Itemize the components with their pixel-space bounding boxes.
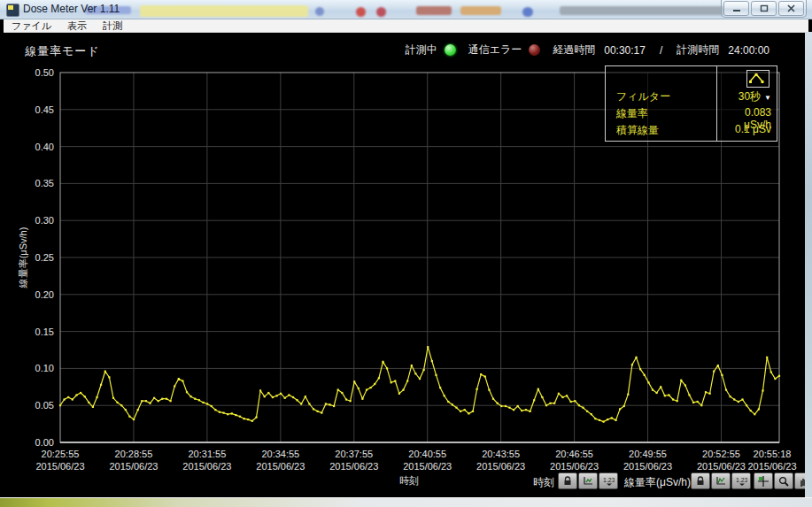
window-controls — [721, 0, 807, 18]
svg-text:0.30: 0.30 — [35, 215, 54, 226]
tool-buttons — [754, 472, 812, 489]
panel-divider — [716, 66, 717, 141]
plot-legend-icon — [747, 71, 767, 85]
svg-text:0.50: 0.50 — [35, 67, 54, 78]
readout-panel: フィルター 30秒▼ 線量率 0.083 μSv/h 積算線量 0.1 μSv — [605, 65, 777, 142]
svg-text:2015/06/23: 2015/06/23 — [109, 461, 158, 472]
svg-text:0.05: 0.05 — [35, 400, 54, 411]
window-border-bottom — [0, 497, 812, 507]
filter-select[interactable]: 30秒▼ — [718, 89, 771, 104]
chevron-down-icon: ▼ — [764, 94, 771, 102]
scale-format-icon: 1.23 — [735, 476, 747, 486]
svg-text:20:37:55: 20:37:55 — [335, 449, 373, 459]
zoom-tool-button[interactable] — [774, 472, 793, 489]
svg-text:20:40:55: 20:40:55 — [408, 449, 446, 459]
crosshair-tool-button[interactable] — [754, 472, 773, 489]
svg-text:20:34:55: 20:34:55 — [261, 449, 299, 459]
svg-text:2015/06/23: 2015/06/23 — [256, 461, 305, 472]
minimize-icon — [732, 5, 741, 12]
svg-text:2015/06/23: 2015/06/23 — [747, 461, 796, 472]
filter-label: フィルター — [616, 89, 670, 104]
titlebar-background-artifact — [460, 6, 501, 15]
maximize-button[interactable] — [751, 1, 777, 16]
menu-view[interactable]: 表示 — [59, 19, 95, 32]
magnifier-icon — [778, 476, 789, 487]
svg-text:2015/06/23: 2015/06/23 — [476, 461, 525, 472]
titlebar-background-artifact — [522, 7, 533, 17]
main-content: 線量率モード 計測中 通信エラー 経過時間 00:30:17 / 計測時間 24… — [7, 32, 805, 498]
y-scale-label: 線量率(μSv/h) — [624, 475, 691, 490]
x-lock-button[interactable] — [558, 472, 577, 489]
y-format-button[interactable]: 1.23 — [731, 472, 751, 489]
svg-text:20:28:55: 20:28:55 — [115, 449, 153, 459]
close-button[interactable] — [778, 1, 804, 16]
autoscale-x-icon — [583, 476, 593, 486]
svg-text:2015/06/23: 2015/06/23 — [35, 461, 84, 472]
x-format-button[interactable]: 1.23 — [599, 472, 618, 489]
x-scale-label: 時刻 — [533, 475, 554, 490]
svg-text:1.23: 1.23 — [603, 477, 615, 483]
svg-text:0.25: 0.25 — [35, 252, 54, 263]
svg-text:2015/06/23: 2015/06/23 — [697, 461, 746, 472]
titlebar[interactable]: Dose Meter Ver 1.11 — [0, 0, 812, 19]
svg-text:2015/06/23: 2015/06/23 — [403, 461, 452, 472]
window-border-left — [0, 32, 7, 498]
graph-palette: 時刻 1.23 線量率(μSv/h) 1.23 — [7, 472, 805, 492]
y-autoscale-button[interactable] — [711, 472, 731, 489]
minimize-button[interactable] — [723, 1, 749, 16]
svg-text:0.15: 0.15 — [35, 326, 54, 337]
crosshair-icon — [758, 476, 769, 487]
y-scale-buttons: 1.23 — [691, 472, 752, 489]
x-autoscale-button[interactable] — [578, 472, 598, 489]
svg-text:0.40: 0.40 — [35, 142, 54, 152]
svg-text:0.35: 0.35 — [35, 178, 54, 188]
titlebar-background-artifact — [416, 6, 452, 15]
cumulative-dose-value: 0.1 μSv — [718, 123, 771, 135]
svg-text:20:52:55: 20:52:55 — [702, 449, 740, 459]
menu-file[interactable]: ファイル — [4, 19, 59, 32]
svg-text:2015/06/23: 2015/06/23 — [550, 461, 599, 472]
menu-measure[interactable]: 計測 — [95, 19, 130, 32]
titlebar-background-artifact — [560, 6, 728, 15]
svg-text:20:31:55: 20:31:55 — [188, 449, 226, 459]
window-border-right — [805, 32, 812, 498]
maximize-icon — [760, 4, 769, 12]
titlebar-background-artifact — [376, 7, 386, 17]
svg-text:1.23: 1.23 — [736, 477, 747, 483]
titlebar-background-artifact — [356, 7, 366, 17]
svg-text:20:46:55: 20:46:55 — [555, 449, 593, 459]
svg-text:0.10: 0.10 — [35, 363, 54, 373]
lock-icon — [696, 476, 705, 486]
svg-text:0.20: 0.20 — [35, 289, 54, 300]
svg-text:2015/06/23: 2015/06/23 — [182, 461, 231, 472]
autoscale-y-icon — [715, 476, 726, 486]
svg-text:線量率(μSv/h): 線量率(μSv/h) — [18, 227, 28, 289]
cumulative-dose-label: 積算線量 — [616, 123, 659, 138]
app-icon — [6, 4, 19, 17]
svg-text:20:49:55: 20:49:55 — [629, 449, 667, 459]
svg-text:20:43:55: 20:43:55 — [482, 449, 520, 459]
plot-legend[interactable] — [746, 70, 769, 88]
titlebar-background-artifact — [315, 7, 324, 16]
titlebar-background-artifact — [140, 5, 308, 17]
svg-text:20:25:55: 20:25:55 — [42, 449, 80, 459]
svg-text:20:55:18: 20:55:18 — [754, 449, 792, 459]
x-scale-buttons: 1.23 — [558, 472, 619, 489]
svg-text:0.45: 0.45 — [35, 104, 54, 115]
svg-text:0.00: 0.00 — [35, 437, 54, 448]
svg-text:2015/06/23: 2015/06/23 — [329, 461, 378, 472]
window-title: Dose Meter Ver 1.11 — [23, 3, 120, 15]
dose-rate-label: 線量率 — [616, 106, 648, 121]
close-icon — [787, 4, 795, 12]
lock-icon — [563, 476, 572, 486]
svg-text:2015/06/23: 2015/06/23 — [623, 461, 672, 472]
menubar: ファイル 表示 計測 — [4, 19, 808, 33]
scale-format-icon: 1.23 — [602, 476, 615, 486]
y-lock-button[interactable] — [691, 472, 710, 489]
